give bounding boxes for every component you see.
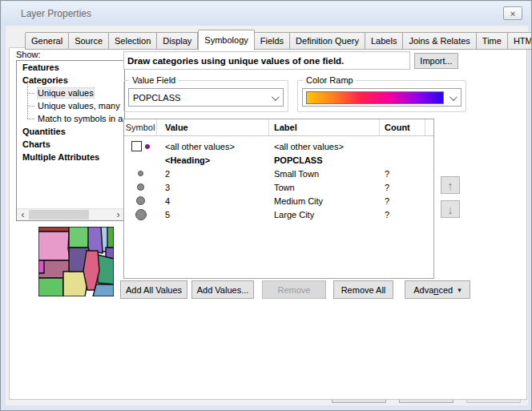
tab-labels[interactable]: Labels xyxy=(365,32,403,50)
show-label: Show: xyxy=(16,50,41,59)
table-header: Symbol Value Label Count xyxy=(124,119,433,136)
scroll-right-icon[interactable]: › xyxy=(112,209,124,220)
chevron-down-icon xyxy=(272,93,280,101)
point-symbol-icon[interactable] xyxy=(138,171,143,176)
move-up-button[interactable]: ↑ xyxy=(441,176,460,194)
table-row-heading[interactable]: <Heading> POPCLASS xyxy=(124,153,433,167)
advanced-button[interactable]: Advanced ▾ xyxy=(405,280,470,299)
show-tree: Features Categories Unique values Unique… xyxy=(16,60,125,221)
tab-symbology[interactable]: Symbology xyxy=(198,30,254,50)
layer-properties-dialog: Layer Properties × General Source Select… xyxy=(0,0,532,411)
symbology-tab-page: Show: Features Categories Unique values … xyxy=(9,47,527,400)
value-field-label: Value Field xyxy=(129,75,179,85)
add-all-values-button[interactable]: Add All Values xyxy=(120,280,187,299)
tree-item-charts[interactable]: Charts xyxy=(17,138,124,151)
value-field-dropdown[interactable]: POPCLASS xyxy=(128,88,284,107)
tree-item-quantities[interactable]: Quantities xyxy=(17,125,124,138)
chevron-down-icon xyxy=(449,93,457,101)
arrow-up-icon: ↑ xyxy=(447,179,453,192)
column-header-label[interactable]: Label xyxy=(269,119,380,135)
method-description: Draw categories using unique values of o… xyxy=(123,51,410,70)
tab-time[interactable]: Time xyxy=(477,32,508,50)
close-button[interactable]: × xyxy=(503,6,522,20)
value-field-group: Value Field POPCLASS xyxy=(123,80,288,112)
tree-item-unique-values[interactable]: Unique values xyxy=(17,87,124,99)
caret-down-icon: ▾ xyxy=(457,286,461,294)
close-icon: × xyxy=(510,9,515,18)
color-ramp-label: Color Ramp xyxy=(303,75,357,85)
column-header-count[interactable]: Count xyxy=(380,119,425,135)
remove-all-button[interactable]: Remove All xyxy=(333,280,393,299)
column-header-symbol[interactable]: Symbol xyxy=(124,119,157,135)
tab-html-popup[interactable]: HTML Popup xyxy=(508,32,532,50)
color-ramp-swatch xyxy=(306,91,444,104)
unique-values-table: Symbol Value Label Count <all other valu… xyxy=(123,119,434,279)
tab-bar: General Source Selection Display Symbolo… xyxy=(25,30,532,50)
tree-item-features[interactable]: Features xyxy=(17,61,124,74)
table-row[interactable]: 2 Small Town ? xyxy=(124,167,433,180)
value-field-value: POPCLASS xyxy=(133,93,180,103)
tab-display[interactable]: Display xyxy=(157,32,198,50)
table-row[interactable]: 3 Town ? xyxy=(124,180,433,194)
add-values-button[interactable]: Add Values... xyxy=(191,280,254,299)
advanced-button-label: Advanced xyxy=(413,285,453,295)
tab-general[interactable]: General xyxy=(25,32,69,50)
point-symbol-icon[interactable] xyxy=(135,209,147,220)
column-header-value[interactable]: Value xyxy=(157,119,269,135)
point-symbol-icon[interactable] xyxy=(136,196,145,205)
import-button[interactable]: Import... xyxy=(414,53,458,69)
table-row-all-other-values[interactable]: <all other values> <all other values> xyxy=(124,139,433,153)
tree-item-categories[interactable]: Categories xyxy=(17,74,124,87)
point-symbol-icon[interactable] xyxy=(137,183,144,191)
tab-source[interactable]: Source xyxy=(69,32,109,50)
color-ramp-dropdown[interactable] xyxy=(302,88,461,107)
remove-button: Remove xyxy=(262,280,326,299)
dialog-body: General Source Selection Display Symbolo… xyxy=(6,26,528,405)
map-preview-svg xyxy=(38,227,114,296)
tree-item-multiple-attributes[interactable]: Multiple Attributes xyxy=(17,151,124,163)
scrollbar-thumb[interactable] xyxy=(29,210,89,220)
move-down-button[interactable]: ↓ xyxy=(441,200,460,218)
table-row[interactable]: 5 Large City ? xyxy=(124,208,433,221)
tree-item-unique-values-many[interactable]: Unique values, many xyxy=(17,99,124,112)
all-other-values-checkbox[interactable] xyxy=(131,141,142,151)
tab-definition-query[interactable]: Definition Query xyxy=(290,32,365,50)
table-row[interactable]: 4 Medium City ? xyxy=(124,194,433,208)
tree-horizontal-scrollbar[interactable]: ‹ › xyxy=(17,208,124,220)
scroll-left-icon[interactable]: ‹ xyxy=(17,209,29,220)
tab-selection[interactable]: Selection xyxy=(109,32,157,50)
tree-item-match-to-symbols[interactable]: Match to symbols in a xyxy=(17,112,124,125)
window-title: Layer Properties xyxy=(21,8,91,19)
scrollbar-track[interactable] xyxy=(29,209,112,220)
tab-joins-relates[interactable]: Joins & Relates xyxy=(403,32,476,50)
tab-fields[interactable]: Fields xyxy=(255,32,290,50)
color-ramp-group: Color Ramp xyxy=(297,80,466,112)
arrow-down-icon: ↓ xyxy=(447,203,453,216)
point-symbol-dot xyxy=(145,144,150,149)
title-bar: Layer Properties xyxy=(2,2,530,26)
